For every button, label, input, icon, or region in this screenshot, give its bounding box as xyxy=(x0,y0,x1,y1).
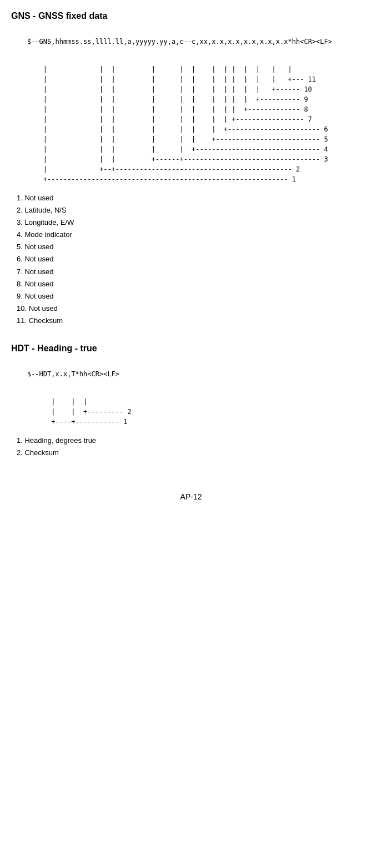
hdt-title: HDT - Heading - true xyxy=(11,344,371,354)
gns-field-item: 5. Not used xyxy=(17,241,371,253)
gns-field-list: 1. Not used2. Latitude, N/S3. Longitude,… xyxy=(11,192,371,327)
hdt-field-list: 1. Heading, degrees true2. Checksum xyxy=(11,435,371,459)
hdt-field-item: 1. Heading, degrees true xyxy=(17,435,371,447)
gns-field-item: 11. Checksum xyxy=(17,315,371,327)
hdt-field-item: 2. Checksum xyxy=(17,447,371,459)
gns-field-item: 3. Longitude, E/W xyxy=(17,216,371,229)
gns-field-item: 6. Not used xyxy=(17,253,371,265)
gns-field-item: 10. Not used xyxy=(17,302,371,315)
page-number: AP-12 xyxy=(11,492,371,501)
gns-field-item: 8. Not used xyxy=(17,278,371,290)
gns-field-item: 2. Latitude, N/S xyxy=(17,204,371,216)
gns-section: GNS - GNSS fixed data $--GNS,hhmmss.ss,l… xyxy=(11,11,371,327)
gns-field-item: 9. Not used xyxy=(17,290,371,302)
hdt-format-line: $--HDT,x.x,T*hh<CR><LF> xyxy=(27,370,119,378)
gns-field-item: 7. Not used xyxy=(17,266,371,278)
gns-format-line: $--GNS,hhmmss.ss,llll.ll,a,yyyyy.yy,a,c-… xyxy=(27,38,332,46)
gns-code-block: $--GNS,hhmmss.ss,llll.ll,a,yyyyy.yy,a,c-… xyxy=(11,27,371,57)
gns-field-item: 4. Mode indicator xyxy=(17,229,371,241)
gns-field-item: 1. Not used xyxy=(17,192,371,204)
gns-title: GNS - GNSS fixed data xyxy=(11,11,371,21)
hdt-code-block: $--HDT,x.x,T*hh<CR><LF> xyxy=(11,359,371,389)
hdt-diagram: | | | | | +--------- 2 +----+-----------… xyxy=(11,397,371,427)
hdt-section: HDT - Heading - true $--HDT,x.x,T*hh<CR>… xyxy=(11,344,371,459)
gns-diagram: | | | | | | | | | | | | | | | | | | | | … xyxy=(11,64,371,184)
